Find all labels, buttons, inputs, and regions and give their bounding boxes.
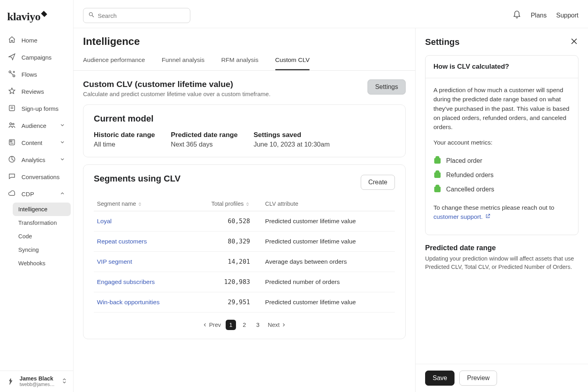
- segment-profiles: 14,201: [188, 252, 262, 272]
- user-switcher[interactable]: James Black twebb@jamesbl…: [0, 371, 73, 392]
- customer-support-link[interactable]: customer support.: [433, 213, 483, 220]
- people-icon: [8, 121, 16, 130]
- current-model-heading: Current model: [94, 114, 395, 124]
- tab-audience-performance[interactable]: Audience performance: [83, 51, 145, 70]
- sidebar-item-content[interactable]: Content: [2, 134, 71, 151]
- chat-icon: [8, 172, 16, 182]
- settings-panel: Settings How is CLV calculated? A predic…: [415, 28, 588, 392]
- pager-page-3[interactable]: 3: [253, 320, 263, 330]
- save-button[interactable]: Save: [425, 371, 455, 386]
- metrics-label: Your account metrics:: [433, 138, 570, 147]
- create-button[interactable]: Create: [361, 175, 395, 190]
- table-row: Engaged subscribers 120,983 Predicted nu…: [94, 272, 395, 292]
- sidebar-item-label: Analytics: [21, 156, 45, 163]
- plans-link[interactable]: Plans: [531, 12, 547, 19]
- segment-profiles: 80,329: [188, 232, 262, 252]
- segment-link[interactable]: Repeat customers: [97, 238, 147, 245]
- sidebar-item-label: Reviews: [21, 88, 44, 95]
- sidebar-item-label: Flows: [21, 71, 37, 78]
- shopify-icon: [433, 157, 441, 165]
- main: Plans Support Intelligence Audience perf…: [74, 0, 588, 392]
- sidebar-item-home[interactable]: Home: [2, 32, 71, 49]
- house-icon: [8, 36, 16, 45]
- table-row: Loyal 60,528 Predicted customer lifetime…: [94, 211, 395, 232]
- settings-button[interactable]: Settings: [368, 79, 406, 95]
- svg-point-13: [89, 13, 93, 16]
- tab-rfm-analysis[interactable]: RFM analysis: [221, 51, 259, 70]
- chevron-down-icon: [60, 156, 65, 163]
- segment-link[interactable]: VIP segment: [97, 258, 132, 265]
- tab-custom-clv[interactable]: Custom CLV: [275, 51, 310, 70]
- form-icon: [8, 104, 16, 113]
- user-name: James Black: [19, 376, 57, 382]
- tabs: Audience performanceFunnel analysisRFM a…: [74, 51, 415, 71]
- sidebar-item-audience[interactable]: Audience: [2, 117, 71, 134]
- sidebar-item-label: Sign-up forms: [21, 105, 58, 112]
- segment-profiles: 120,983: [188, 272, 262, 292]
- sidebar-item-conversations[interactable]: Conversations: [2, 168, 71, 185]
- search-input[interactable]: [98, 12, 185, 19]
- preview-button[interactable]: Preview: [459, 371, 497, 386]
- chevron-updown-icon: [61, 378, 68, 386]
- support-link[interactable]: Support: [556, 12, 578, 19]
- sidebar-sub-syncing[interactable]: Syncing: [13, 243, 71, 257]
- model-cell: Historic date range All time: [94, 131, 155, 148]
- sort-icon[interactable]: [244, 201, 250, 207]
- sidebar-item-cdp[interactable]: CDP: [2, 185, 71, 203]
- svg-rect-9: [10, 141, 12, 142]
- sidebar-sub-transformation[interactable]: Transformation: [13, 216, 71, 230]
- sidebar-item-sign-up-forms[interactable]: Sign-up forms: [2, 100, 71, 117]
- sidebar-sub-code[interactable]: Code: [13, 230, 71, 243]
- model-cell-value: Next 365 days: [171, 141, 238, 148]
- send-icon: [8, 53, 16, 62]
- sidebar-item-flows[interactable]: Flows: [2, 66, 71, 83]
- brand-logo[interactable]: klaviyo: [0, 7, 73, 30]
- predicted-range-sub: Updating your prediction window will aff…: [425, 255, 578, 271]
- avatar-icon: [6, 377, 15, 387]
- pager-page-1[interactable]: 1: [226, 320, 236, 330]
- flow-icon: [8, 70, 16, 79]
- table-row: Repeat customers 80,329 Predicted custom…: [94, 232, 395, 252]
- pager-page-2[interactable]: 2: [239, 320, 250, 330]
- svg-point-7: [12, 123, 14, 125]
- segment-link[interactable]: Win-back opportunities: [97, 299, 160, 305]
- col-total-profiles[interactable]: Total profiles: [188, 197, 262, 211]
- sidebar-item-label: Conversations: [21, 174, 60, 180]
- pager-next[interactable]: Next: [268, 322, 286, 328]
- change-metrics-text: To change these metrics please reach out…: [433, 203, 570, 222]
- info-heading: How is CLV calculated?: [426, 56, 578, 78]
- sidebar-item-label: Home: [21, 37, 37, 44]
- sidebar-item-label: Campaigns: [21, 54, 52, 61]
- sidebar-sub-intelligence[interactable]: Intelligence: [13, 203, 71, 216]
- sidebar-item-campaigns[interactable]: Campaigns: [2, 49, 71, 66]
- segment-link[interactable]: Engaged subscribers: [97, 278, 155, 285]
- segment-name: Engaged subscribers: [94, 272, 188, 292]
- notifications-button[interactable]: [513, 10, 521, 21]
- model-cell-value: All time: [94, 141, 155, 148]
- pager-prev[interactable]: Prev: [203, 322, 221, 328]
- segment-link[interactable]: Loyal: [97, 218, 112, 224]
- shopify-icon: [433, 171, 441, 179]
- sidebar-sub-webhooks[interactable]: Webhooks: [13, 257, 71, 270]
- sidebar-item-analytics[interactable]: Analytics: [2, 151, 71, 168]
- cloud-icon: [8, 189, 16, 199]
- section-title: Custom CLV (customer lifetime value): [83, 79, 361, 89]
- sidebar-nav: Home Campaigns Flows Reviews Sign-up for…: [0, 30, 73, 371]
- segment-profiles: 60,528: [188, 211, 262, 232]
- sidebar-item-reviews[interactable]: Reviews: [2, 83, 71, 100]
- close-icon[interactable]: [570, 37, 578, 47]
- model-cell: Predicted date range Next 365 days: [171, 131, 238, 148]
- topbar: Plans Support: [74, 0, 588, 28]
- current-model-card: Current model Historic date range All ti…: [83, 104, 406, 157]
- panel-title: Settings: [425, 37, 460, 47]
- user-email: twebb@jamesbl…: [19, 382, 57, 387]
- svg-line-14: [92, 15, 94, 17]
- model-cell: Settings saved June 10, 2023 at 10:30am: [253, 131, 330, 148]
- sort-icon[interactable]: [136, 201, 142, 207]
- predicted-range-heading: Predicted date range: [425, 244, 578, 252]
- col-segment-name[interactable]: Segment name: [94, 197, 188, 211]
- search-icon: [88, 12, 95, 19]
- tab-funnel-analysis[interactable]: Funnel analysis: [162, 51, 205, 70]
- search-field[interactable]: [83, 8, 190, 23]
- model-cell-label: Historic date range: [94, 131, 155, 139]
